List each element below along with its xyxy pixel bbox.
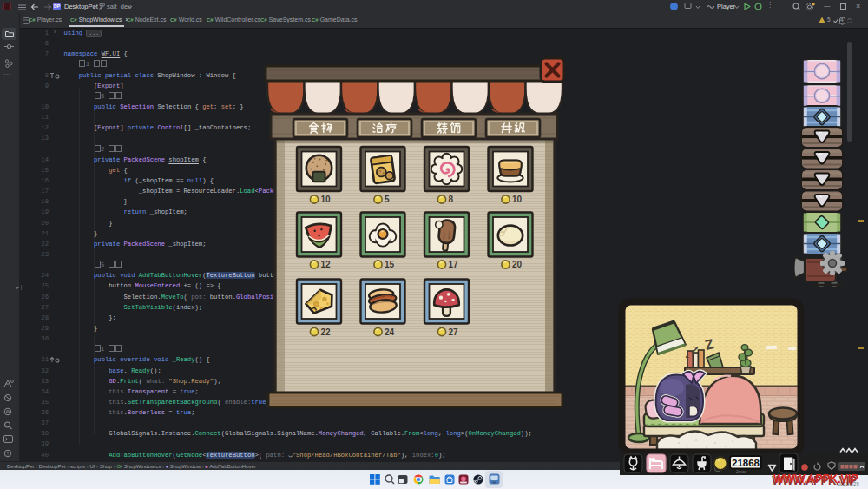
svg-text:z: z [686,351,689,360]
svg-text:15: 15 [385,260,395,269]
svg-text:21868: 21868 [732,458,760,468]
svg-text:10: 10 [321,195,332,204]
svg-text:22: 22 [321,327,332,337]
svg-text:2max: 2max [736,469,747,474]
svg-text:24: 24 [385,327,395,337]
svg-text:27: 27 [449,327,459,337]
svg-text:8: 8 [449,195,454,204]
svg-text:10: 10 [512,195,523,204]
svg-text:12: 12 [321,260,332,269]
svg-text:17: 17 [449,260,459,269]
svg-text:20: 20 [512,260,523,269]
svg-text:5: 5 [385,195,390,204]
